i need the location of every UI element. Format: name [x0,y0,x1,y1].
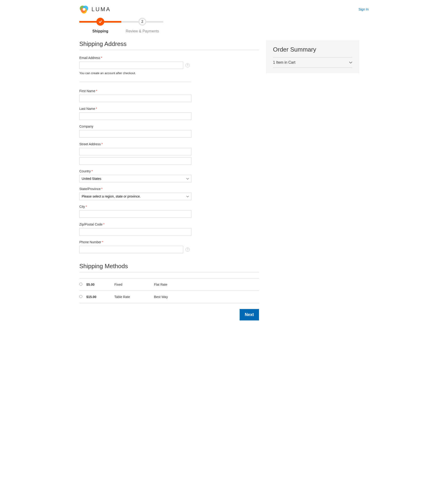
header: LUMA Sign In [79,0,369,19]
help-icon[interactable]: ? [186,248,190,252]
progress-segment-2: 2 [121,21,163,23]
order-summary: Order Summary 1 Item in Cart [266,40,359,73]
phone-field[interactable] [79,246,183,253]
street-field-2[interactable] [79,157,191,165]
next-button[interactable]: Next [240,309,259,320]
shipping-method-name: Table Rate [114,291,154,303]
progress-step-1-icon [96,18,104,26]
postcode-label: Zip/Postal Code* [79,222,191,226]
progress-step-1-label: Shipping [92,29,108,33]
country-select[interactable]: United States [79,175,191,182]
checkout-progress: Shipping 2 Review & Payments [79,19,369,40]
region-label: State/Province* [79,187,191,191]
shipping-method-radio-0[interactable] [79,283,82,286]
company-label: Company [79,125,191,128]
company-field[interactable] [79,130,191,138]
brand-text: LUMA [92,6,111,13]
progress-segment-1 [79,21,121,23]
order-summary-title: Order Summary [273,46,352,53]
email-note: You can create an account after checkout… [79,71,191,75]
luma-logo-icon [79,5,89,14]
shipping-address-title: Shipping Address [79,40,259,50]
city-label: City* [79,205,191,208]
shipping-method-row[interactable]: $5.00 Fixed Flat Rate [79,279,259,291]
cart-items-label: 1 Item in Cart [273,60,295,65]
shipping-method-carrier: Best Way [154,291,259,303]
shipping-methods-title: Shipping Methods [79,263,259,272]
email-label: Email Address* [79,56,191,60]
progress-step-2-label: Review & Payments [126,29,159,33]
lastname-label: Last Name* [79,107,191,110]
sign-in-link[interactable]: Sign In [358,7,369,11]
firstname-label: First Name* [79,89,191,93]
shipping-method-carrier: Flat Rate [154,279,259,291]
shipping-method-name: Fixed [114,279,154,291]
city-field[interactable] [79,210,191,218]
shipping-method-row[interactable]: $15.00 Table Rate Best Way [79,291,259,303]
email-field[interactable] [79,62,183,69]
progress-step-2-icon: 2 [138,18,146,26]
firstname-field[interactable] [79,95,191,102]
cart-items-toggle[interactable]: 1 Item in Cart [273,57,352,68]
street-label: Street Address* [79,142,191,146]
street-field-1[interactable] [79,148,191,155]
divider [79,82,191,82]
svg-point-4 [83,8,85,11]
shipping-methods-table: $5.00 Fixed Flat Rate $15.00 Table Rate … [79,278,259,303]
chevron-down-icon [349,60,352,65]
region-select[interactable]: Please select a region, state or provinc… [79,193,191,200]
help-icon[interactable]: ? [186,63,190,67]
postcode-field[interactable] [79,228,191,235]
country-label: Country* [79,169,191,173]
phone-label: Phone Number* [79,240,191,244]
logo[interactable]: LUMA [79,5,111,14]
shipping-method-radio-1[interactable] [79,295,82,298]
shipping-method-price: $15.00 [86,291,114,303]
lastname-field[interactable] [79,112,191,120]
shipping-method-price: $5.00 [86,279,114,291]
